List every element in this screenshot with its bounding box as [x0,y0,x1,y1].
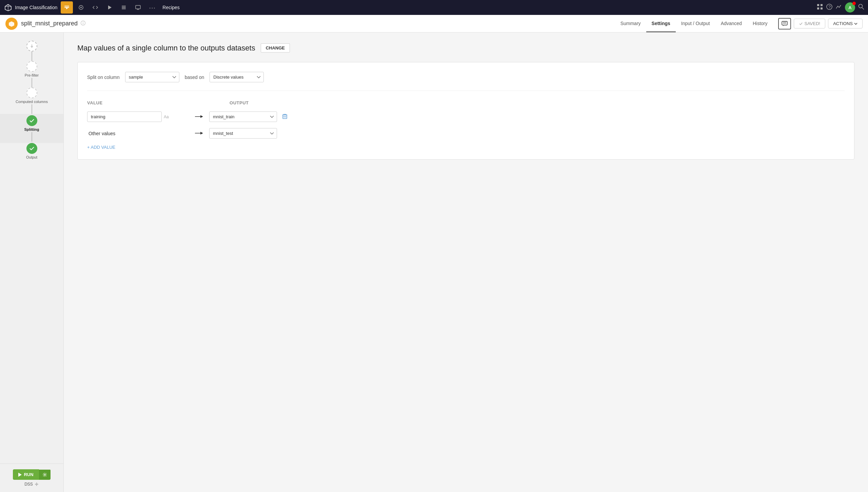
code-icon[interactable] [89,1,101,14]
svg-marker-30 [18,473,22,477]
run-settings-button[interactable] [39,470,51,480]
arrow-icon-other [189,130,209,137]
pipeline-node-splitting [26,115,37,126]
splitting-label: Splitting [24,127,39,131]
pipeline-item-output: Output [26,143,37,160]
value-row-other: Other values mnist_train mnist_test [87,128,845,139]
based-on-select[interactable]: Discrete values Numerical ranges Random [210,72,264,82]
sidebar-bottom: RUN DSS [0,464,63,492]
prefilter-label: Pre-filter [25,73,39,77]
computed-label: Computed columns [16,100,48,104]
value-column-header: Value [87,100,230,105]
sub-header: split_mnist_prepared Summary Settings In… [0,15,868,33]
split-on-column-label: Split on column [87,75,120,80]
based-on-label: based on [185,75,204,80]
value-input-training[interactable] [87,111,162,122]
more-icon[interactable]: ··· [146,1,158,14]
star-icon[interactable] [75,1,87,14]
output-select-training[interactable]: mnist_train mnist_test [209,111,277,122]
svg-rect-9 [122,6,126,6]
nav-tabs: Summary Settings Input / Output Advanced… [615,15,773,32]
pipeline-item-computed: Computed columns [16,87,48,114]
column-select[interactable]: sample [125,72,179,82]
tab-advanced[interactable]: Advanced [715,15,747,32]
dataset-name: split_mnist_prepared [21,20,78,27]
output-select-other[interactable]: mnist_train mnist_test [209,128,277,139]
output-column-header: Output [230,100,249,105]
value-input-wrap: Aa [87,111,189,122]
svg-marker-34 [200,115,203,118]
main-layout: Pre-filter Computed columns Splitting [0,33,868,492]
saved-button[interactable]: SAVED! [794,19,825,28]
split-on-column-row: Split on column sample based on Discrete… [87,72,845,91]
analytics-icon[interactable] [835,3,842,12]
svg-rect-11 [122,8,126,9]
pipeline-node-input [26,41,37,52]
svg-point-32 [36,484,37,485]
change-button[interactable]: CHANGE [261,43,290,53]
notification-badge [852,2,856,5]
tab-settings[interactable]: Settings [646,15,676,32]
svg-rect-3 [64,6,69,6]
info-icon[interactable] [80,20,86,27]
value-output-header: Value Output [87,100,845,105]
delete-icon-training[interactable] [282,114,287,120]
svg-point-20 [859,4,863,8]
app-logo [3,3,13,12]
output-label: Output [26,155,37,159]
page-title-row: Map values of a single column to the out… [77,43,854,53]
value-row-training: Aa mnist_train mnist_test [87,111,845,122]
monitor-icon[interactable] [132,1,144,14]
pipeline-item-input [26,41,37,61]
svg-rect-16 [817,7,819,9]
pipeline-item-prefilter: Pre-filter [25,61,39,87]
tab-history[interactable]: History [747,15,773,32]
actions-button[interactable]: ACTIONS [828,19,863,28]
top-navigation: Image Classification ··· Recipes ? A [0,0,868,15]
svg-line-21 [862,7,864,9]
output-select-wrap-other: mnist_train mnist_test [209,128,277,139]
avatar[interactable]: A [845,2,855,13]
svg-rect-17 [821,7,823,9]
output-select-wrap-training: mnist_train mnist_test [209,111,287,122]
svg-text:?: ? [828,4,831,9]
help-icon[interactable]: ? [826,3,833,12]
split-card: Split on column sample based on Discrete… [77,62,854,160]
svg-rect-4 [64,7,69,8]
run-button[interactable]: RUN [13,469,39,480]
pipeline-item-splitting[interactable]: Splitting [0,114,63,143]
comment-button[interactable] [778,18,791,29]
svg-rect-15 [821,4,823,6]
svg-rect-14 [817,4,819,6]
pipeline-node-prefilter[interactable] [26,61,37,72]
svg-rect-10 [122,7,126,8]
recipes-label: Recipes [162,5,180,10]
tab-input-output[interactable]: Input / Output [676,15,715,32]
run-button-group: RUN [13,469,50,480]
main-content: Map values of a single column to the out… [64,33,868,492]
pipeline-node-output[interactable] [26,143,37,154]
tab-summary[interactable]: Summary [615,15,646,32]
pipeline: Pre-filter Computed columns Splitting [0,41,63,160]
play-icon[interactable] [103,1,116,14]
dss-label: DSS [24,482,39,487]
svg-point-24 [83,22,83,22]
other-values-label: Other values [87,131,189,136]
pipeline-node-computed[interactable] [26,87,37,98]
svg-point-31 [44,474,45,475]
dataset-icon [5,18,18,30]
add-value-button[interactable]: + ADD VALUE [87,145,115,150]
other-values-wrap: Other values [87,131,189,136]
current-recipe-icon[interactable] [61,1,73,14]
layers-icon[interactable] [118,1,130,14]
arrow-icon-training [189,113,209,120]
text-type-icon: Aa [164,115,169,119]
svg-rect-12 [136,5,140,9]
sidebar: Pre-filter Computed columns Splitting [0,33,64,492]
svg-marker-8 [108,5,112,9]
grid-icon[interactable] [816,3,823,12]
page-title: Map values of a single column to the out… [77,44,255,53]
search-icon[interactable] [858,3,865,12]
svg-marker-22 [9,21,14,27]
svg-marker-41 [200,132,203,135]
